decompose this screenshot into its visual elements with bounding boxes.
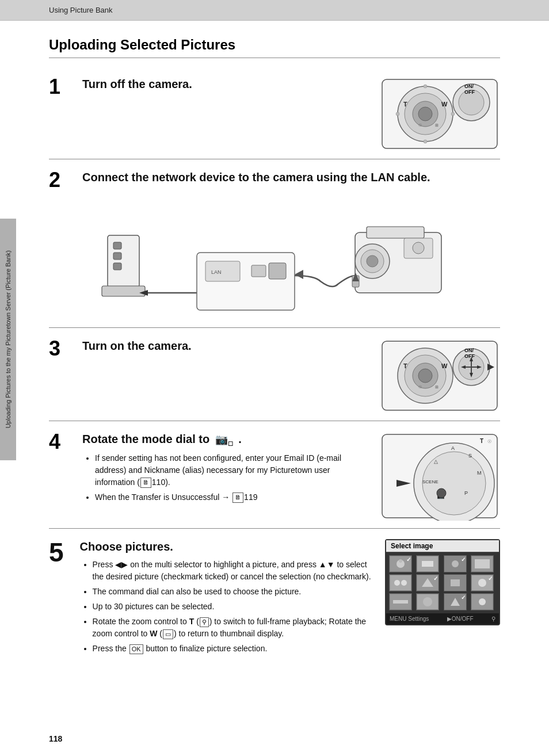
svg-rect-18 [113,242,121,249]
select-image-cell [444,593,467,610]
step-3-image: T W ON/ OFF ☉ ⊞ [379,338,500,415]
step-4-number: 4 [49,432,72,452]
step-3-number: 3 [49,338,72,359]
svg-rect-19 [113,253,121,259]
step-2-content: Connect the network device to the camera… [82,170,500,188]
step-1-title: Turn off the camera. [82,77,369,91]
svg-text:△: △ [434,459,438,464]
svg-point-4 [418,107,432,121]
svg-text:☉: ☉ [418,123,422,127]
svg-text:⊞: ⊞ [435,123,439,127]
svg-text:⊞: ⊞ [435,385,439,389]
select-image-cell [389,574,412,591]
svg-text:SCENE: SCENE [422,479,439,484]
svg-text:ON/: ON/ [464,83,474,89]
select-image-onoff: ▶ON/OFF [447,616,474,622]
svg-point-12 [424,140,427,143]
step-3-title: Turn on the camera. [82,338,369,353]
step-4-bullets: If sender setting has not been configure… [82,452,369,503]
select-image-menu: MENU Settings [390,616,429,622]
svg-text:OFF: OFF [464,89,475,95]
svg-rect-92 [393,600,408,604]
select-image-cell [471,555,494,572]
svg-point-90 [478,579,486,587]
svg-point-84 [401,580,407,586]
step-5-image: Select image [385,539,500,625]
select-image-cell [389,555,412,572]
step-5: 5 Choose pictures. Press ◀▶ on the multi… [49,529,500,663]
step-2-title: Connect the network device to the camera… [82,170,500,185]
select-image-cell [416,593,439,610]
select-image-cell [471,574,494,591]
svg-text:A: A [451,445,455,451]
svg-text:☉: ☉ [418,385,422,389]
step-2: 2 Connect the network device to the came… [49,159,500,328]
svg-text:M: M [477,470,482,476]
svg-rect-20 [113,263,121,270]
svg-point-38 [413,242,424,254]
svg-rect-82 [390,575,411,590]
select-image-title: Select image [386,540,499,552]
step-2-number: 2 [49,170,72,190]
select-image-zoom: ⚲ [491,616,495,622]
svg-text:P: P [464,490,468,496]
svg-point-11 [424,85,427,88]
svg-marker-29 [295,270,303,279]
svg-text:OFF: OFF [464,353,475,359]
select-image-cell [389,593,412,610]
svg-rect-25 [205,261,240,281]
svg-point-98 [479,598,486,605]
step-4-text: Rotate the mode dial to 📷☐ . If sender s… [82,432,369,506]
svg-rect-27 [251,265,266,277]
select-image-cell [444,574,467,591]
step-1-number: 1 [49,77,72,97]
select-image-bottom: MENU Settings ▶ON/OFF ⚲ [386,613,499,624]
step-5-bullet-4: Rotate the zoom control to T (⚲) to swit… [93,616,375,640]
side-tab-text: Uploading Pictures to the my Picturetown… [5,250,12,428]
select-image-panel: Select image [385,539,500,625]
svg-rect-81 [475,559,490,568]
step-5-number: 5 [49,539,64,566]
svg-point-14 [451,112,455,116]
svg-text:W: W [441,362,448,369]
step-4-bullet-2: When the Transfer is Unsuccessful → 🗎119 [95,491,369,503]
step-1: 1 Turn off the camera. T W ON/ [49,66,500,159]
svg-rect-77 [422,561,433,567]
select-image-cell [444,555,467,572]
svg-rect-28 [269,263,286,279]
step-3: 3 Turn on the camera. T W [49,328,500,421]
step-1-image: T W ON/ OFF ☉ ⊞ [379,77,500,153]
svg-point-69 [437,488,446,498]
svg-text:W: W [441,101,448,108]
svg-text:T: T [403,101,407,108]
svg-text:T: T [403,362,407,369]
step-5-title: Choose pictures. [80,539,375,554]
svg-rect-21 [102,286,145,296]
select-image-cell [471,593,494,610]
select-image-cell [416,555,439,572]
step-2-diagram: LAN [49,201,500,322]
breadcrumb: Using Picture Bank [0,0,549,21]
svg-point-43 [418,369,432,383]
svg-text:ON/: ON/ [464,348,474,353]
step-5-bullet-2: The command dial can also be used to cho… [93,586,375,598]
step-5-bullet-1: Press ◀▶ on the multi selector to highli… [93,559,375,583]
select-image-cell [416,574,439,591]
step-5-bullet-3: Up to 30 pictures can be selected. [93,601,375,613]
step-4-image: A S M P 📷 SCENE △ T ☉ [379,432,500,522]
svg-rect-17 [108,235,139,287]
svg-rect-34 [367,227,424,238]
svg-text:S: S [468,453,472,459]
step-5-bullets: Press ◀▶ on the multi selector to highli… [80,559,375,655]
step-1-content: Turn off the camera. [82,77,369,95]
step-4-title: Rotate the mode dial to 📷☐ . [82,432,369,448]
step-4-bullet-1: If sender setting has not been configure… [95,452,369,488]
svg-point-83 [394,580,400,586]
page-number: 118 [49,734,62,743]
svg-point-75 [399,559,402,563]
svg-text:LAN: LAN [211,269,222,275]
svg-point-33 [367,255,378,267]
svg-point-79 [452,560,459,567]
svg-text:T: T [480,438,483,444]
page-title: Uploading Selected Pictures [49,37,500,58]
